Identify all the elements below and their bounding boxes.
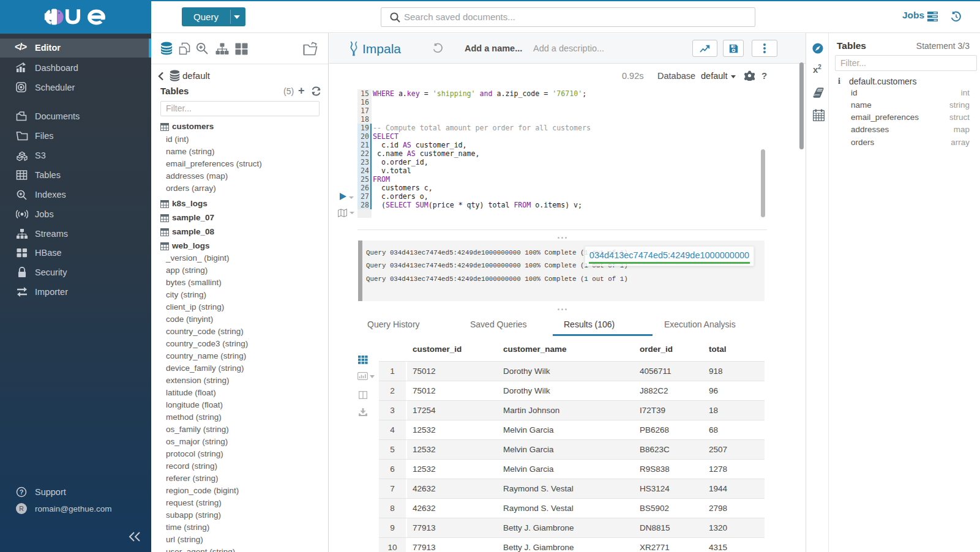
svg-text:?: ? bbox=[20, 488, 24, 496]
svg-text:R: R bbox=[19, 505, 24, 512]
